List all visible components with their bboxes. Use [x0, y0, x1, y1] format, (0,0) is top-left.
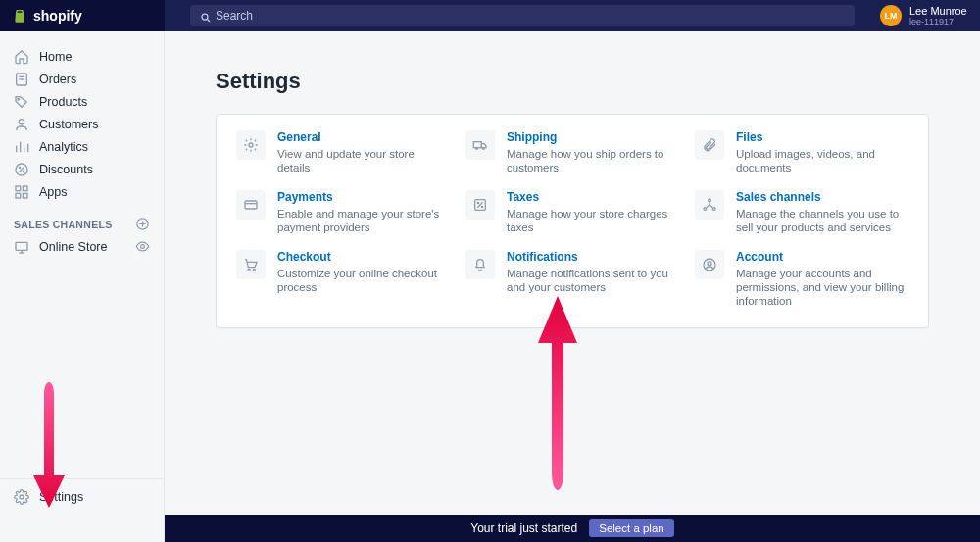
discounts-icon [14, 162, 29, 177]
svg-point-38 [712, 208, 715, 211]
settings-card: GeneralView and update your store detail… [216, 114, 929, 328]
percent-icon [466, 190, 495, 220]
topbar: shopify LM Lee Munroe lee-111917 [0, 0, 980, 31]
sidebar-item-label: Orders [39, 73, 76, 86]
tile-title: Files [736, 130, 908, 145]
trial-bar: Your trial just started Select a plan [165, 515, 980, 542]
tile-desc: Enable and manage your store's payment p… [277, 207, 450, 234]
account-icon [695, 250, 724, 279]
user-subtext: lee-111917 [909, 17, 967, 26]
sidebar-channel-label: Online Store [39, 240, 107, 254]
tile-title: Sales channels [736, 190, 908, 205]
svg-point-27 [249, 143, 253, 147]
sidebar-item-customers[interactable]: Customers [0, 113, 164, 135]
tile-title: Payments [277, 190, 450, 205]
logo[interactable]: shopify [0, 0, 165, 31]
tile-taxes[interactable]: TaxesManage how your store charges taxes [466, 190, 679, 234]
svg-point-25 [140, 245, 144, 249]
add-channel-icon[interactable] [135, 217, 150, 231]
tile-sales-channels[interactable]: Sales channelsManage the channels you us… [695, 190, 908, 234]
search-field-wrap [165, 5, 868, 26]
sidebar-item-settings[interactable]: Settings [0, 478, 164, 515]
search-input[interactable] [190, 5, 855, 26]
svg-rect-16 [23, 186, 27, 191]
tile-payments[interactable]: PaymentsEnable and manage your store's p… [236, 190, 450, 234]
settings-label: Settings [39, 490, 83, 504]
tile-title: Shipping [507, 130, 679, 145]
tile-title: Account [736, 250, 908, 265]
svg-rect-28 [473, 142, 481, 148]
svg-point-26 [20, 495, 24, 499]
svg-rect-15 [16, 186, 21, 191]
tile-desc: Upload images, videos, and documents [736, 147, 908, 174]
bell-icon [466, 250, 495, 279]
svg-point-43 [708, 262, 711, 266]
user-menu[interactable]: LM Lee Munroe lee-111917 [868, 5, 980, 26]
sidebar-channel-online-store[interactable]: Online Store [0, 235, 164, 258]
svg-rect-17 [16, 193, 21, 198]
tile-desc: Customize your online checkout process [277, 267, 450, 294]
paperclip-icon [695, 130, 724, 160]
svg-rect-31 [245, 201, 257, 209]
sidebar-item-label: Customers [39, 118, 98, 131]
sidebar: Home Orders Products Customers Analytics… [0, 31, 165, 542]
sidebar-item-label: Analytics [39, 140, 88, 154]
svg-point-36 [481, 206, 482, 207]
tile-account[interactable]: AccountManage your accounts and permissi… [695, 250, 908, 308]
view-store-icon[interactable] [134, 239, 150, 255]
sidebar-item-analytics[interactable]: Analytics [0, 135, 164, 158]
truck-icon [466, 130, 495, 160]
sales-channels-text: SALES CHANNELS [14, 219, 112, 230]
cart-icon [236, 250, 266, 279]
sidebar-item-discounts[interactable]: Discounts [0, 158, 164, 180]
svg-point-39 [709, 199, 711, 202]
trial-text: Your trial just started [470, 521, 577, 535]
sidebar-item-label: Discounts [39, 163, 93, 176]
sidebar-item-label: Home [39, 50, 72, 64]
tile-desc: Manage how you ship orders to customers [507, 147, 679, 174]
avatar: LM [880, 5, 902, 26]
tile-desc: View and update your store details [277, 147, 450, 174]
orders-icon [14, 72, 29, 87]
tile-title: Notifications [507, 250, 679, 265]
sidebar-item-label: Apps [39, 185, 68, 199]
tile-notifications[interactable]: NotificationsManage notifications sent t… [466, 250, 679, 308]
main-content: Settings GeneralView and update your sto… [165, 31, 980, 515]
tile-desc: Manage how your store charges taxes [507, 207, 679, 234]
apps-icon [14, 184, 29, 200]
tile-desc: Manage notifications sent to you and you… [507, 267, 679, 294]
tile-shipping[interactable]: ShippingManage how you ship orders to cu… [466, 130, 679, 174]
sidebar-item-apps[interactable]: Apps [0, 180, 164, 203]
tile-title: Taxes [507, 190, 679, 205]
svg-point-41 [253, 269, 255, 271]
tile-checkout[interactable]: CheckoutCustomize your online checkout p… [236, 250, 450, 308]
tile-general[interactable]: GeneralView and update your store detail… [236, 130, 450, 174]
svg-point-37 [704, 208, 707, 211]
tile-files[interactable]: FilesUpload images, videos, and document… [695, 130, 908, 174]
sidebar-item-products[interactable]: Products [0, 90, 164, 113]
brand-name: shopify [33, 8, 82, 24]
svg-point-5 [18, 98, 20, 100]
user-name: Lee Munroe [909, 6, 967, 17]
sidebar-item-orders[interactable]: Orders [0, 68, 164, 90]
card-icon [236, 190, 266, 220]
svg-point-13 [19, 167, 20, 168]
analytics-icon [14, 139, 29, 155]
svg-point-6 [19, 119, 24, 123]
tile-title: General [277, 130, 450, 145]
sidebar-item-home[interactable]: Home [0, 45, 164, 68]
sidebar-item-label: Products [39, 95, 87, 109]
products-icon [14, 94, 29, 110]
svg-point-40 [248, 269, 250, 271]
sales-channels-header: SALES CHANNELS [0, 203, 164, 235]
gear-icon [14, 489, 29, 505]
tile-desc: Manage your accounts and permissions, an… [736, 267, 908, 308]
svg-rect-18 [23, 193, 27, 198]
shopify-bag-icon [12, 7, 27, 25]
svg-rect-22 [16, 242, 27, 250]
home-icon [14, 49, 29, 65]
select-plan-button[interactable]: Select a plan [589, 519, 674, 537]
tile-desc: Manage the channels you use to sell your… [736, 207, 908, 234]
online-store-icon [14, 239, 29, 255]
gear-icon [236, 130, 266, 160]
